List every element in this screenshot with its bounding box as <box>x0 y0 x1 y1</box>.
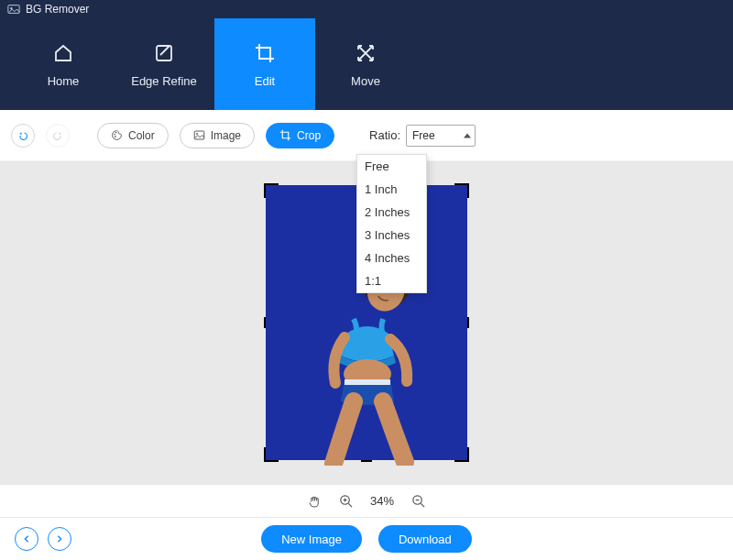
zoom-out-button[interactable] <box>410 494 425 509</box>
ratio-selected-value: Free <box>412 129 435 142</box>
crop-handle-tl[interactable] <box>264 183 279 198</box>
chevron-up-icon <box>464 133 471 137</box>
nav-move[interactable]: Move <box>315 18 416 110</box>
ratio-dropdown: Free 1 Inch 2 Inches 3 Inches 4 Inches 1… <box>356 154 427 293</box>
nav-label: Edge Refine <box>131 74 197 88</box>
main-nav: Home Edge Refine Edit Move <box>0 18 733 110</box>
crop-handle-bl[interactable] <box>264 447 279 462</box>
crop-label: Crop <box>297 129 321 142</box>
nav-home[interactable]: Home <box>13 18 114 110</box>
move-icon <box>354 41 377 65</box>
crop-handle-tr[interactable] <box>454 183 469 198</box>
ratio-option[interactable]: 4 Inches <box>357 247 426 269</box>
nav-edit[interactable]: Edit <box>214 18 315 110</box>
home-icon <box>51 41 75 65</box>
zoom-in-button[interactable] <box>339 494 354 509</box>
svg-point-4 <box>115 132 117 134</box>
svg-point-7 <box>196 133 198 135</box>
crop-handle-left[interactable] <box>264 317 266 328</box>
image-button[interactable]: Image <box>180 123 255 148</box>
titlebar: BG Remover <box>0 0 733 18</box>
app-title: BG Remover <box>26 3 89 16</box>
crop-icon <box>253 41 277 65</box>
download-button[interactable]: Download <box>378 525 472 553</box>
nav-label: Home <box>48 74 80 88</box>
crop-button[interactable]: Crop <box>266 123 334 148</box>
ratio-select[interactable]: Free <box>406 125 476 147</box>
nav-edge-refine[interactable]: Edge Refine <box>114 18 214 110</box>
color-button[interactable]: Color <box>97 123 169 148</box>
ratio-label: Ratio: <box>369 128 400 142</box>
footer: New Image Download <box>0 517 733 560</box>
zoom-bar: 34% <box>0 484 733 517</box>
color-label: Color <box>128 129 155 142</box>
ratio-option[interactable]: 2 Inches <box>357 201 426 224</box>
app-logo-icon <box>7 3 20 16</box>
svg-rect-2 <box>157 46 171 60</box>
svg-line-19 <box>421 503 424 507</box>
edge-refine-icon <box>152 41 176 65</box>
next-image-button[interactable] <box>48 527 71 551</box>
new-image-button[interactable]: New Image <box>261 525 362 553</box>
svg-point-3 <box>114 134 115 136</box>
image-icon <box>193 129 205 141</box>
crop-handle-br[interactable] <box>454 447 469 462</box>
palette-icon <box>111 129 123 141</box>
redo-button[interactable] <box>46 124 70 148</box>
prev-image-button[interactable] <box>15 527 38 551</box>
pan-hand-icon[interactable] <box>308 494 323 509</box>
svg-line-15 <box>349 503 353 507</box>
zoom-level: 34% <box>370 494 394 508</box>
undo-button[interactable] <box>11 124 35 148</box>
image-label: Image <box>211 129 241 142</box>
nav-label: Move <box>351 74 380 88</box>
ratio-option[interactable]: 1 Inch <box>357 178 426 201</box>
ratio-control: Ratio: Free <box>369 125 476 147</box>
nav-label: Edit <box>255 74 275 88</box>
crop-handle-right[interactable] <box>467 317 469 328</box>
svg-point-5 <box>115 136 116 137</box>
ratio-option[interactable]: 1:1 <box>357 269 426 292</box>
ratio-option[interactable]: Free <box>357 155 426 178</box>
crop-tool-icon <box>279 129 291 141</box>
ratio-option[interactable]: 3 Inches <box>357 224 426 247</box>
